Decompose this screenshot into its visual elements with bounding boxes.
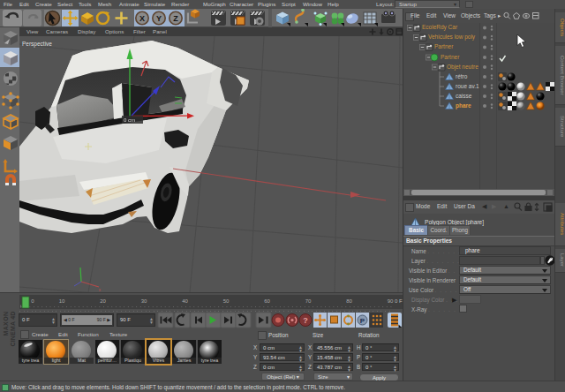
svg-text:Y: Y (156, 14, 162, 23)
svg-text:Z: Z (173, 14, 178, 23)
svg-text:0 cm: 0 cm (124, 117, 135, 123)
svg-text:30: 30 (141, 298, 147, 304)
svg-text:10: 10 (59, 298, 65, 304)
svg-text:P: P (360, 317, 365, 325)
svg-text:70: 70 (305, 298, 312, 304)
svg-text:0 F: 0 F (395, 298, 403, 304)
svg-text:90: 90 (388, 298, 394, 304)
svg-text:X: X (139, 14, 145, 23)
svg-text:?: ? (303, 316, 308, 325)
svg-text:20: 20 (100, 298, 106, 304)
svg-text:80: 80 (346, 298, 352, 304)
svg-text:40: 40 (182, 298, 188, 304)
svg-text:50: 50 (223, 298, 230, 304)
svg-text:60: 60 (264, 298, 270, 304)
